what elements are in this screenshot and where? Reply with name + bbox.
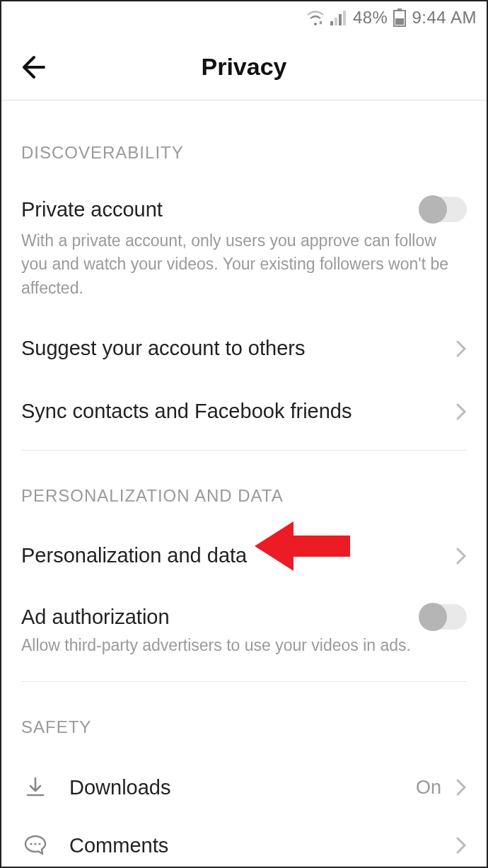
svg-point-7 [30, 843, 32, 845]
chevron-right-icon [455, 340, 467, 358]
downloads-label: Downloads [69, 776, 170, 799]
comments-row[interactable]: Comments [21, 816, 467, 868]
suggest-account-label: Suggest your account to others [21, 337, 305, 360]
ad-authorization-description: Allow third-party advertisers to use you… [21, 634, 467, 674]
content: DISCOVERABILITY Private account With a p… [1, 100, 487, 868]
downloads-value: On [416, 777, 441, 799]
comment-icon [21, 833, 50, 857]
status-time: 9:44 AM [412, 8, 477, 28]
private-account-label: Private account [21, 198, 163, 221]
battery-icon [393, 8, 406, 27]
ad-authorization-toggle[interactable] [420, 604, 467, 630]
svg-rect-0 [330, 21, 333, 25]
svg-rect-3 [343, 11, 346, 25]
section-heading-personalization: PERSONALIZATION AND DATA [21, 458, 467, 527]
personalization-label: Personalization and data [21, 544, 247, 567]
page-title: Privacy [1, 53, 487, 81]
chevron-right-icon [455, 403, 467, 421]
sync-contacts-label: Sync contacts and Facebook friends [21, 400, 352, 423]
comments-label: Comments [69, 834, 168, 857]
section-heading-discoverability: DISCOVERABILITY [21, 100, 467, 184]
svg-rect-6 [395, 18, 404, 25]
battery-percentage: 48% [353, 8, 388, 28]
private-account-description: With a private account, only users you a… [21, 229, 467, 317]
private-account-toggle[interactable] [420, 197, 467, 222]
suggest-account-row[interactable]: Suggest your account to others [21, 317, 467, 380]
download-icon [21, 775, 50, 799]
sync-contacts-row[interactable]: Sync contacts and Facebook friends [21, 380, 467, 443]
chevron-right-icon [455, 836, 467, 855]
back-button[interactable] [16, 50, 50, 84]
wifi-icon [306, 10, 325, 25]
svg-rect-1 [335, 18, 337, 25]
header: Privacy [1, 34, 487, 100]
toggle-knob [419, 195, 447, 224]
chevron-right-icon [455, 547, 467, 565]
downloads-row[interactable]: Downloads On [21, 758, 467, 816]
svg-rect-2 [339, 14, 342, 25]
divider [21, 450, 467, 451]
signal-icon [330, 10, 347, 25]
chevron-right-icon [455, 778, 467, 797]
back-arrow-icon [18, 53, 47, 81]
svg-point-8 [34, 843, 36, 845]
ad-authorization-label: Ad authorization [21, 606, 170, 629]
status-bar: 48% 9:44 AM [1, 1, 487, 34]
section-heading-safety: SAFETY [21, 689, 467, 758]
toggle-knob [419, 603, 447, 631]
private-account-row[interactable]: Private account [21, 184, 467, 229]
personalization-row[interactable]: Personalization and data [21, 527, 467, 584]
divider [21, 681, 467, 682]
svg-point-9 [38, 843, 40, 845]
ad-authorization-row[interactable]: Ad authorization [21, 584, 467, 634]
